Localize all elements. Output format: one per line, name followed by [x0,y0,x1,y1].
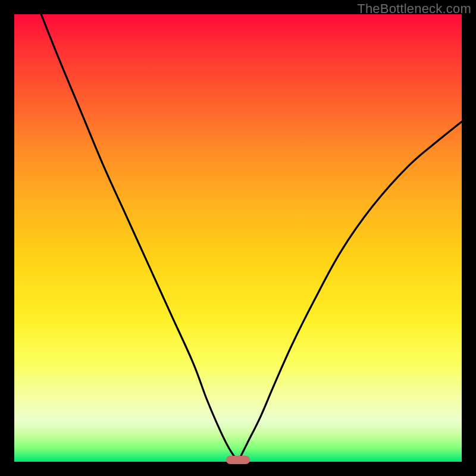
left-curve [41,14,238,462]
chart-plot-area [14,14,462,462]
bottleneck-marker [226,456,250,464]
bottleneck-curves [14,14,462,462]
right-curve [238,121,462,462]
